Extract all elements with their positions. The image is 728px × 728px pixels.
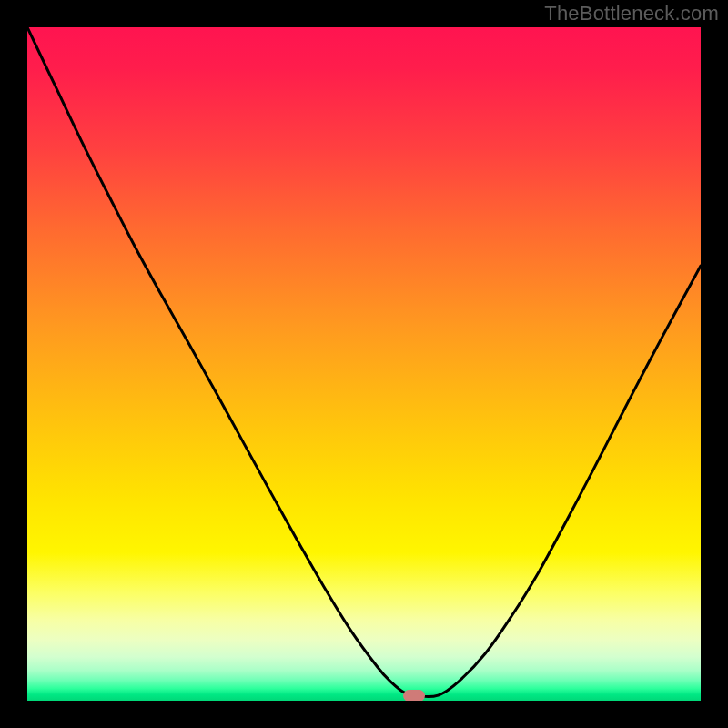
v-curve-svg — [27, 27, 701, 701]
bottleneck-v-curve — [27, 27, 701, 697]
chart-frame: TheBottleneck.com — [0, 0, 728, 728]
optimal-point-marker — [403, 690, 425, 701]
watermark-text: TheBottleneck.com — [544, 2, 719, 25]
plot-area — [27, 27, 701, 701]
